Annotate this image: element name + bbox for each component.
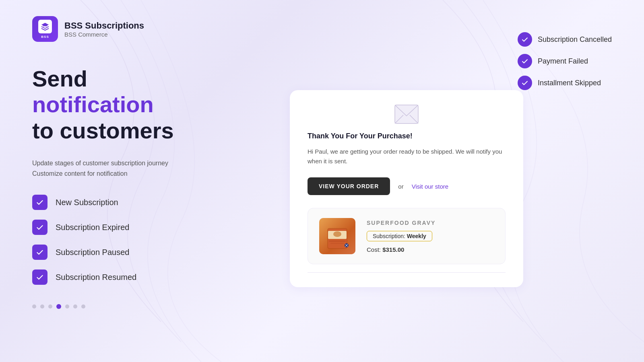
product-card: SUPERFOOD GRAVY Subscription: Weekly Cos… [308,208,506,264]
cost-value: $315.00 [382,246,404,253]
dot-7[interactable] [81,304,85,309]
left-panel: Send notification to customers Update st… [32,66,258,309]
view-order-button[interactable]: VIEW YOUR ORDER [308,177,390,195]
cost-text: Cost: $315.00 [367,246,494,253]
product-name: SUPERFOOD GRAVY [367,220,494,226]
app-company: BSS Commerce [64,31,144,38]
description-line-1: Update stages of customer subscription j… [32,160,168,167]
envelope-icon [394,105,419,124]
badge-label-3: Installment Skipped [538,79,601,87]
checklist-label-2: Subscription Expired [56,223,129,232]
dot-6[interactable] [73,304,77,309]
checklist-label-4: Subscription Resumed [56,273,136,282]
hero-description: Update stages of customer subscription j… [32,158,258,179]
svg-rect-8 [329,241,346,242]
svg-rect-0 [395,105,418,123]
product-image [319,218,355,254]
visit-store-link[interactable]: Visit our store [412,183,448,190]
hero-title: Send notification to customers [32,66,258,144]
or-text: or [398,183,403,190]
svg-rect-9 [330,243,344,244]
dot-5[interactable] [65,304,69,309]
dot-1[interactable] [32,304,36,309]
email-body: Hi Paul, we are getting your order ready… [308,147,506,166]
badge-check-icon-3 [518,76,532,90]
checklist: New Subscription Subscription Expired [32,195,258,285]
product-divider [308,272,506,273]
dot-4-active[interactable] [56,304,61,309]
subscription-tag: Subscription: Weekly [367,231,432,241]
badge-installment-skipped: Installment Skipped [518,76,612,90]
badge-label-1: Subscription Cancelled [538,35,612,44]
badge-check-icon-2 [518,54,532,68]
checkbox-icon-4 [32,269,47,285]
pagination-dots [32,304,258,309]
product-info: SUPERFOOD GRAVY Subscription: Weekly Cos… [367,220,494,253]
badge-payment-failed: Payment Failed [518,54,612,68]
checklist-item-4: Subscription Resumed [32,269,258,285]
checklist-label-3: Subscription Paused [56,248,129,257]
logo-bss-label: BSS [41,35,49,39]
top-right-badges: Subscription Cancelled Payment Failed In… [518,32,612,90]
svg-point-7 [333,231,341,237]
badge-label-2: Payment Failed [538,57,588,66]
right-panel: Thank You For Your Purchase! Hi Paul, we… [290,66,564,287]
dot-2[interactable] [40,304,44,309]
email-heading: Thank You For Your Purchase! [308,132,506,140]
hero-line-1: Send [32,66,258,92]
app-logo: BSS [32,16,58,42]
subscription-frequency: Weekly [407,233,426,239]
description-line-2: Customize content for notification [32,170,128,177]
checkbox-icon-1 [32,195,47,210]
cost-label: Cost: [367,246,382,253]
email-actions: VIEW YOUR ORDER or Visit our store [308,177,506,195]
hero-line-3: to customers [32,118,258,144]
checklist-item-1: New Subscription [32,195,258,210]
badge-subscription-cancelled: Subscription Cancelled [518,32,612,47]
email-panel: Thank You For Your Purchase! Hi Paul, we… [290,90,523,287]
checkbox-icon-3 [32,245,47,260]
badge-check-icon-1 [518,32,532,47]
dot-3[interactable] [48,304,52,309]
app-name: BSS Subscriptions [64,21,144,31]
checklist-item-3: Subscription Paused [32,245,258,260]
subscription-label: Subscription: [373,233,407,239]
checkbox-icon-2 [32,220,47,235]
envelope-container [308,105,506,124]
hero-line-2: notification [32,92,258,117]
checklist-label-1: New Subscription [56,198,118,207]
checklist-item-2: Subscription Expired [32,220,258,235]
